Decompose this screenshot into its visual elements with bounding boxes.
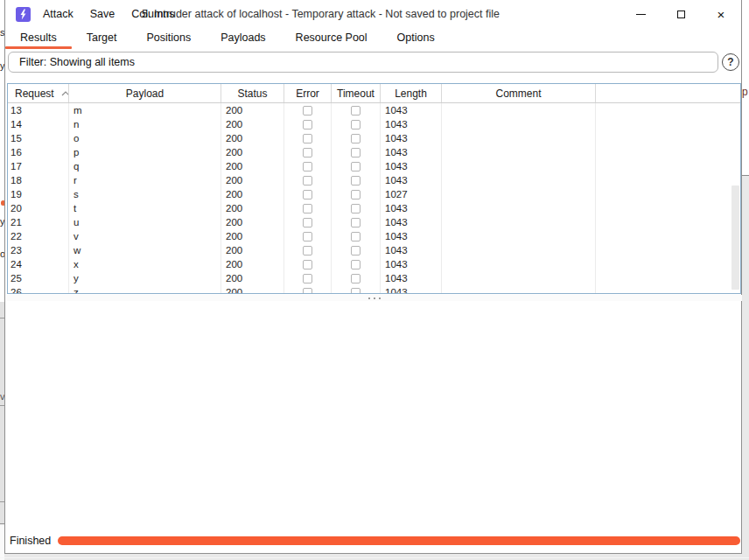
request-cell: 26: [8, 285, 69, 294]
comment-cell: [442, 187, 596, 201]
table-row[interactable]: 15 o 200 1043: [8, 131, 740, 145]
splitter-handle[interactable]: [6, 295, 742, 301]
error-checkbox[interactable]: [303, 260, 312, 270]
status-cell: 200: [221, 103, 284, 117]
error-cell: [284, 243, 332, 257]
error-checkbox[interactable]: [303, 106, 312, 116]
status-cell: 200: [221, 173, 284, 187]
filter-bar[interactable]: Filter: Showing all items: [8, 52, 718, 73]
minimize-button[interactable]: [620, 0, 661, 28]
error-checkbox[interactable]: [303, 274, 312, 284]
timeout-cell: [332, 145, 381, 159]
menu-item-attack[interactable]: Attack: [43, 8, 74, 20]
payload-cell: o: [69, 131, 221, 145]
timeout-checkbox[interactable]: [351, 246, 360, 256]
background-text-fragment: p: [742, 86, 748, 98]
column-header-request[interactable]: Request: [8, 84, 69, 102]
column-header-error[interactable]: Error: [284, 84, 332, 102]
timeout-cell: [332, 215, 381, 229]
extra-cell: [596, 103, 740, 117]
table-row[interactable]: 21 u 200 1043: [8, 215, 740, 229]
maximize-button[interactable]: [661, 0, 701, 28]
timeout-checkbox[interactable]: [351, 162, 360, 172]
maximize-icon: [677, 10, 685, 18]
table-row[interactable]: 24 x 200 1043: [8, 257, 740, 271]
error-checkbox[interactable]: [303, 134, 312, 144]
tab-payloads[interactable]: Payloads: [206, 28, 280, 49]
error-checkbox[interactable]: [303, 120, 312, 130]
comment-cell: [442, 103, 596, 117]
payload-cell: s: [69, 187, 221, 201]
table-row[interactable]: 13 m 200 1043: [8, 103, 740, 117]
menu-item-columns[interactable]: Columns: [131, 8, 174, 20]
error-checkbox[interactable]: [303, 288, 312, 295]
table-row[interactable]: 23 w 200 1043: [8, 243, 740, 257]
timeout-checkbox[interactable]: [351, 120, 360, 130]
error-checkbox[interactable]: [303, 148, 312, 158]
table-row[interactable]: 25 y 200 1043: [8, 271, 740, 285]
table-row[interactable]: 17 q 200 1043: [8, 159, 740, 173]
table-row[interactable]: 19 s 200 1027: [8, 187, 740, 201]
column-header-extra[interactable]: [596, 84, 740, 102]
vertical-scrollbar-thumb[interactable]: [732, 186, 739, 290]
request-cell: 24: [8, 257, 69, 271]
table-row[interactable]: 22 v 200 1043: [8, 229, 740, 243]
tab-results[interactable]: Results: [5, 28, 72, 49]
timeout-checkbox[interactable]: [351, 218, 360, 228]
column-label: Comment: [495, 88, 541, 100]
error-cell: [284, 131, 332, 145]
timeout-cell: [332, 131, 381, 145]
timeout-checkbox[interactable]: [351, 288, 360, 295]
results-table: RequestPayloadStatusErrorTimeoutLengthCo…: [7, 83, 741, 294]
table-row[interactable]: 14 n 200 1043: [8, 117, 740, 131]
tab-positions[interactable]: Positions: [131, 28, 206, 49]
status-cell: 200: [221, 271, 284, 285]
timeout-checkbox[interactable]: [351, 176, 360, 186]
error-checkbox[interactable]: [303, 204, 312, 214]
timeout-checkbox[interactable]: [351, 204, 360, 214]
timeout-checkbox[interactable]: [351, 148, 360, 158]
menu-item-save[interactable]: Save: [90, 8, 116, 20]
length-cell: 1043: [381, 159, 442, 173]
tab-target[interactable]: Target: [72, 28, 132, 49]
error-checkbox[interactable]: [303, 190, 312, 200]
close-button[interactable]: ×: [701, 0, 741, 28]
column-header-payload[interactable]: Payload: [69, 84, 221, 102]
timeout-checkbox[interactable]: [351, 274, 360, 284]
tab-bar: ResultsTargetPositionsPayloadsResource P…: [5, 28, 741, 49]
status-cell: 200: [221, 131, 284, 145]
tab-resource-pool[interactable]: Resource Pool: [281, 28, 382, 49]
error-checkbox[interactable]: [303, 246, 312, 256]
comment-cell: [442, 215, 596, 229]
help-button[interactable]: ?: [722, 53, 739, 71]
comment-cell: [442, 131, 596, 145]
column-header-status[interactable]: Status: [221, 84, 284, 102]
error-checkbox[interactable]: [303, 162, 312, 172]
status-cell: 200: [221, 201, 284, 215]
timeout-checkbox[interactable]: [351, 134, 360, 144]
error-checkbox[interactable]: [303, 232, 312, 242]
table-row[interactable]: 26 z 200 1043: [8, 285, 740, 294]
extra-cell: [596, 173, 740, 187]
timeout-checkbox[interactable]: [351, 106, 360, 116]
payload-cell: y: [69, 271, 221, 285]
table-row[interactable]: 20 t 200 1043: [8, 201, 740, 215]
column-header-timeout[interactable]: Timeout: [332, 84, 381, 102]
length-cell: 1027: [381, 187, 442, 201]
payload-cell: z: [69, 285, 221, 294]
table-row[interactable]: 18 r 200 1043: [8, 173, 740, 187]
timeout-checkbox[interactable]: [351, 232, 360, 242]
request-cell: 22: [8, 229, 69, 243]
payload-cell: v: [69, 229, 221, 243]
tab-options[interactable]: Options: [382, 28, 450, 49]
column-label: Request: [15, 88, 54, 100]
timeout-checkbox[interactable]: [351, 190, 360, 200]
table-row[interactable]: 16 p 200 1043: [8, 145, 740, 159]
comment-cell: [442, 243, 596, 257]
timeout-checkbox[interactable]: [351, 260, 360, 270]
column-label: Payload: [126, 88, 164, 100]
column-header-comment[interactable]: Comment: [442, 84, 596, 102]
error-checkbox[interactable]: [303, 218, 312, 228]
column-header-length[interactable]: Length: [381, 84, 442, 102]
error-checkbox[interactable]: [303, 176, 312, 186]
